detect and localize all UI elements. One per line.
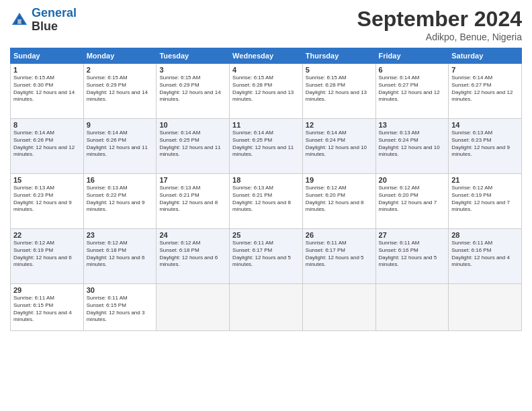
day-header-row: SundayMondayTuesdayWednesdayThursdayFrid… [11,48,522,64]
day-number: 7 [451,66,519,74]
day-number: 29 [13,286,81,294]
calendar-cell: 3Sunrise: 6:15 AMSunset: 6:29 PMDaylight… [157,64,230,119]
day-info: Sunrise: 6:11 AMSunset: 6:15 PMDaylight:… [87,295,154,324]
week-row-5: 29Sunrise: 6:11 AMSunset: 6:15 PMDayligh… [11,284,522,331]
day-number: 14 [451,121,519,129]
calendar-cell: 28Sunrise: 6:11 AMSunset: 6:16 PMDayligh… [449,229,522,284]
calendar-cell: 14Sunrise: 6:13 AMSunset: 6:23 PMDayligh… [449,119,522,174]
day-info: Sunrise: 6:11 AMSunset: 6:17 PMDaylight:… [306,240,373,269]
day-info: Sunrise: 6:15 AMSunset: 6:28 PMDaylight:… [306,75,373,103]
week-row-4: 22Sunrise: 6:12 AMSunset: 6:19 PMDayligh… [11,229,522,284]
calendar-cell: 8Sunrise: 6:14 AMSunset: 6:26 PMDaylight… [11,119,84,174]
day-info: Sunrise: 6:12 AMSunset: 6:19 PMDaylight:… [451,185,519,214]
calendar-cell: 19Sunrise: 6:12 AMSunset: 6:20 PMDayligh… [302,174,375,229]
day-info: Sunrise: 6:14 AMSunset: 6:25 PMDaylight:… [232,130,300,158]
day-number: 12 [306,121,373,129]
day-number: 21 [451,176,519,184]
calendar-cell: 11Sunrise: 6:14 AMSunset: 6:25 PMDayligh… [230,119,303,174]
day-info: Sunrise: 6:13 AMSunset: 6:23 PMDaylight:… [13,185,81,214]
calendar-cell: 15Sunrise: 6:13 AMSunset: 6:23 PMDayligh… [11,174,84,229]
day-number: 11 [232,121,300,129]
day-header-saturday: Saturday [449,48,522,64]
day-info: Sunrise: 6:13 AMSunset: 6:24 PMDaylight:… [379,130,446,158]
calendar-cell: 26Sunrise: 6:11 AMSunset: 6:17 PMDayligh… [302,229,375,284]
day-number: 17 [159,176,226,184]
month-title: September 2024 [357,7,522,32]
day-number: 20 [379,176,446,184]
calendar-cell: 5Sunrise: 6:15 AMSunset: 6:28 PMDaylight… [302,64,375,119]
day-header-friday: Friday [375,48,449,64]
calendar-cell: 7Sunrise: 6:14 AMSunset: 6:27 PMDaylight… [449,64,522,119]
calendar-cell: 27Sunrise: 6:11 AMSunset: 6:16 PMDayligh… [375,229,449,284]
calendar-cell [157,284,230,331]
calendar-cell: 25Sunrise: 6:11 AMSunset: 6:17 PMDayligh… [230,229,303,284]
day-number: 4 [232,66,300,74]
day-info: Sunrise: 6:11 AMSunset: 6:17 PMDaylight:… [232,240,300,269]
day-info: Sunrise: 6:13 AMSunset: 6:23 PMDaylight:… [451,130,519,158]
day-info: Sunrise: 6:12 AMSunset: 6:18 PMDaylight:… [159,240,226,269]
day-info: Sunrise: 6:14 AMSunset: 6:27 PMDaylight:… [379,75,446,103]
day-info: Sunrise: 6:11 AMSunset: 6:15 PMDaylight:… [13,295,81,324]
day-number: 18 [232,176,300,184]
day-number: 28 [451,231,519,239]
day-number: 16 [87,176,154,184]
logo-text: General Blue [32,7,77,34]
calendar-cell: 22Sunrise: 6:12 AMSunset: 6:19 PMDayligh… [11,229,84,284]
day-header-wednesday: Wednesday [230,48,303,64]
logo-general: General [32,6,77,19]
day-header-tuesday: Tuesday [157,48,230,64]
calendar-cell [449,284,522,331]
day-number: 22 [13,231,81,239]
day-info: Sunrise: 6:15 AMSunset: 6:30 PMDaylight:… [13,75,81,103]
day-info: Sunrise: 6:12 AMSunset: 6:20 PMDaylight:… [379,185,446,214]
day-info: Sunrise: 6:15 AMSunset: 6:28 PMDaylight:… [232,75,300,103]
calendar-cell: 6Sunrise: 6:14 AMSunset: 6:27 PMDaylight… [375,64,449,119]
calendar-cell: 1Sunrise: 6:15 AMSunset: 6:30 PMDaylight… [11,64,84,119]
day-number: 25 [232,231,300,239]
calendar-cell [375,284,449,331]
day-info: Sunrise: 6:12 AMSunset: 6:18 PMDaylight:… [87,240,154,269]
day-info: Sunrise: 6:14 AMSunset: 6:24 PMDaylight:… [306,130,373,158]
day-number: 19 [306,176,373,184]
day-number: 1 [13,66,81,74]
calendar-cell: 12Sunrise: 6:14 AMSunset: 6:24 PMDayligh… [302,119,375,174]
day-info: Sunrise: 6:15 AMSunset: 6:29 PMDaylight:… [159,75,226,103]
header: General Blue September 2024 Adikpo, Benu… [10,7,522,42]
logo: General Blue [10,7,77,34]
day-info: Sunrise: 6:15 AMSunset: 6:29 PMDaylight:… [87,75,154,103]
calendar-cell: 4Sunrise: 6:15 AMSunset: 6:28 PMDaylight… [230,64,303,119]
calendar-cell: 17Sunrise: 6:13 AMSunset: 6:21 PMDayligh… [157,174,230,229]
day-info: Sunrise: 6:14 AMSunset: 6:25 PMDaylight:… [159,130,226,158]
logo-blue: Blue [32,19,58,33]
title-block: September 2024 Adikpo, Benue, Nigeria [357,7,522,42]
day-info: Sunrise: 6:12 AMSunset: 6:20 PMDaylight:… [306,185,373,214]
day-info: Sunrise: 6:14 AMSunset: 6:27 PMDaylight:… [451,75,519,103]
day-info: Sunrise: 6:13 AMSunset: 6:21 PMDaylight:… [232,185,300,214]
svg-rect-2 [17,19,21,24]
day-number: 8 [13,121,81,129]
day-number: 23 [87,231,154,239]
calendar-table: SundayMondayTuesdayWednesdayThursdayFrid… [10,48,522,331]
day-number: 24 [159,231,226,239]
day-header-sunday: Sunday [11,48,84,64]
day-info: Sunrise: 6:11 AMSunset: 6:16 PMDaylight:… [379,240,446,269]
page: General Blue September 2024 Adikpo, Benu… [0,0,532,411]
calendar-cell: 24Sunrise: 6:12 AMSunset: 6:18 PMDayligh… [157,229,230,284]
calendar-cell [230,284,303,331]
day-number: 3 [159,66,226,74]
day-number: 30 [87,286,154,294]
day-number: 6 [379,66,446,74]
day-info: Sunrise: 6:11 AMSunset: 6:16 PMDaylight:… [451,240,519,269]
day-number: 13 [379,121,446,129]
calendar-cell: 30Sunrise: 6:11 AMSunset: 6:15 PMDayligh… [83,284,157,331]
calendar-cell: 9Sunrise: 6:14 AMSunset: 6:26 PMDaylight… [83,119,157,174]
day-info: Sunrise: 6:14 AMSunset: 6:26 PMDaylight:… [13,130,81,158]
calendar-cell: 20Sunrise: 6:12 AMSunset: 6:20 PMDayligh… [375,174,449,229]
day-number: 2 [87,66,154,74]
calendar-cell: 13Sunrise: 6:13 AMSunset: 6:24 PMDayligh… [375,119,449,174]
week-row-3: 15Sunrise: 6:13 AMSunset: 6:23 PMDayligh… [11,174,522,229]
day-info: Sunrise: 6:13 AMSunset: 6:22 PMDaylight:… [87,185,154,214]
calendar-cell: 10Sunrise: 6:14 AMSunset: 6:25 PMDayligh… [157,119,230,174]
calendar-cell: 16Sunrise: 6:13 AMSunset: 6:22 PMDayligh… [83,174,157,229]
logo-icon [10,11,29,30]
